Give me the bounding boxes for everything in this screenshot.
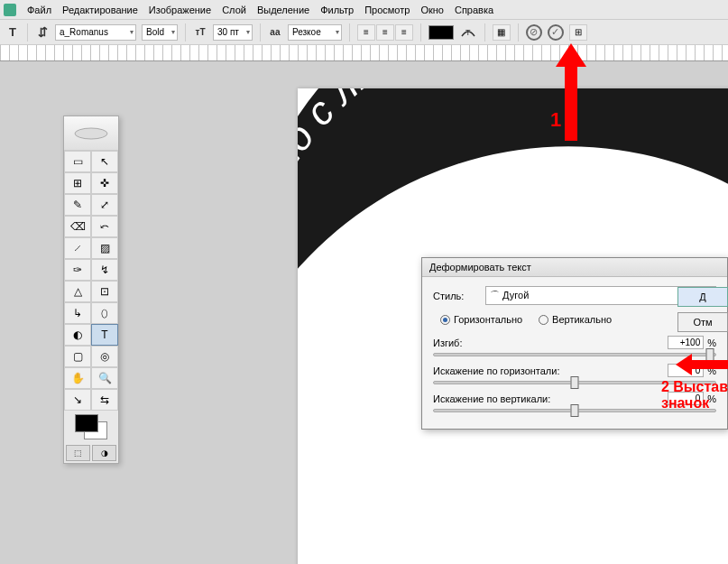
cancel-button[interactable]: Отм [677,312,728,332]
orient-horizontal-radio[interactable]: Горизонтально [440,314,522,325]
antialias-dropdown[interactable]: Резкое [288,24,342,41]
bend-input[interactable] [668,336,704,349]
tool-notes[interactable]: ▢ [64,346,91,367]
style-label: Стиль: [433,291,478,301]
extra-button[interactable]: ⊞ [569,24,587,41]
tool-slice[interactable]: ⤢ [91,194,118,216]
ok-button[interactable]: Д [677,287,728,307]
menu-filter[interactable]: Фильтр [320,5,354,15]
percent-label: % [707,337,716,348]
tool-path[interactable]: ↳ [64,302,91,324]
feather-icon [73,125,109,143]
vdist-label: Искажение по вертикали: [433,393,550,404]
antialias-icon: aа [268,25,282,40]
align-right-button[interactable]: ≡ [395,24,413,41]
commit-icon[interactable]: ✓ [548,24,564,41]
separator [484,23,485,42]
percent-label: % [707,365,716,376]
tool-wand[interactable]: ✜ [91,172,118,194]
align-center-button[interactable]: ≡ [376,24,394,41]
tool-brush[interactable]: ⤺ [91,216,118,237]
font-size-icon: тТ [193,25,207,40]
hdist-label: Искажение по горизонтали: [433,365,560,376]
menu-image[interactable]: Изображение [149,5,211,15]
tool-heal[interactable]: ⌫ [64,216,91,237]
app-icon [4,4,16,16]
slider-thumb[interactable] [705,348,714,361]
toolbox-footer: ⬚ ◑ [64,443,118,463]
slider-thumb[interactable] [571,404,579,417]
separator [260,23,261,42]
type-tool-icon: T [5,25,20,40]
bend-slider[interactable] [433,353,716,356]
orient-vertical-radio[interactable]: Вертикально [539,314,612,325]
dialog-title: Деформировать текст [422,258,727,277]
horizontal-ruler [0,45,728,61]
radio-dot-icon [440,315,450,325]
font-weight-dropdown[interactable]: Bold [142,24,178,41]
menu-help[interactable]: Справка [455,5,493,15]
orient-v-label: Вертикально [552,314,612,325]
tool-lasso[interactable]: ⊞ [64,172,91,194]
quickmask-button[interactable]: ⬚ [66,445,90,461]
tool-gradient[interactable]: ↯ [91,259,118,281]
radio-dot-icon [539,315,548,325]
tool-type[interactable]: T [91,324,118,346]
font-size-dropdown[interactable]: 30 пт [213,24,253,41]
annotation-label-2: 2 Выстав значок [661,379,728,411]
separator [349,23,350,42]
tool-marquee[interactable]: ▭ [64,151,91,172]
separator [27,23,28,42]
toolbox-grid: ▭ ↖ ⊞ ✜ ✎ ⤢ ⌫ ⤺ ⟋ ▨ ✑ ↯ △ ⊡ ↳ ⬯ ◐ T ▢ ◎ … [64,151,118,411]
separator [420,23,421,42]
annotation-label-1: 1 [550,108,561,132]
separator [185,23,186,42]
foreground-color[interactable] [75,414,98,432]
color-picker[interactable] [64,411,118,443]
menu-window[interactable]: Окно [420,5,444,15]
menu-file[interactable]: Файл [27,5,51,15]
hdist-input[interactable] [668,364,704,377]
menu-select[interactable]: Выделение [257,5,309,15]
tool-blur[interactable]: △ [64,281,91,302]
options-toolbar: T ⇵ a_Romanus Bold тТ 30 пт aа Резкое ≡ … [0,20,728,45]
warp-text-button[interactable]: T [459,24,477,41]
svg-text:T: T [465,28,471,37]
svg-point-2 [75,128,107,139]
toolbox-header[interactable] [64,116,118,151]
bend-row: Изгиб: % [433,336,716,356]
cancel-icon[interactable]: ⊘ [526,24,542,41]
tool-stamp[interactable]: ⟋ [64,237,91,259]
slider-thumb[interactable] [571,376,579,389]
tool-dodge[interactable]: ⊡ [91,281,118,302]
tool-history[interactable]: ▨ [91,237,118,259]
menu-edit[interactable]: Редактирование [62,5,138,15]
tool-pen[interactable]: ⬯ [91,302,118,324]
tool-eyedrop[interactable]: ◎ [91,346,118,367]
toolbox-panel: ▭ ↖ ⊞ ✜ ✎ ⤢ ⌫ ⤺ ⟋ ▨ ✑ ↯ △ ⊡ ↳ ⬯ ◐ T ▢ ◎ … [63,116,119,464]
menu-view[interactable]: Просмотр [364,5,410,15]
tool-move[interactable]: ↖ [91,151,118,172]
tool-extra1[interactable]: ↘ [64,389,91,411]
menu-bar: Файл Редактирование Изображение Слой Выд… [0,0,728,20]
screenmode-button[interactable]: ◑ [92,445,116,461]
palette-button[interactable]: ▦ [493,24,511,41]
text-color-swatch[interactable] [429,25,454,40]
bend-label: Изгиб: [433,337,462,348]
menu-layer[interactable]: Слой [222,5,246,15]
align-left-button[interactable]: ≡ [357,24,375,41]
tool-crop[interactable]: ✎ [64,194,91,216]
orient-h-label: Горизонтально [454,314,522,325]
tool-zoom[interactable]: 🔍 [91,367,118,389]
align-group: ≡ ≡ ≡ [357,24,413,41]
tool-extra2[interactable]: ⇆ [91,389,118,411]
separator [518,23,519,42]
tool-eraser[interactable]: ✑ [64,259,91,281]
tool-shape[interactable]: ◐ [64,324,91,346]
tool-hand[interactable]: ✋ [64,367,91,389]
font-family-dropdown[interactable]: a_Romanus [55,24,136,41]
orientation-icon[interactable]: ⇵ [35,25,50,40]
